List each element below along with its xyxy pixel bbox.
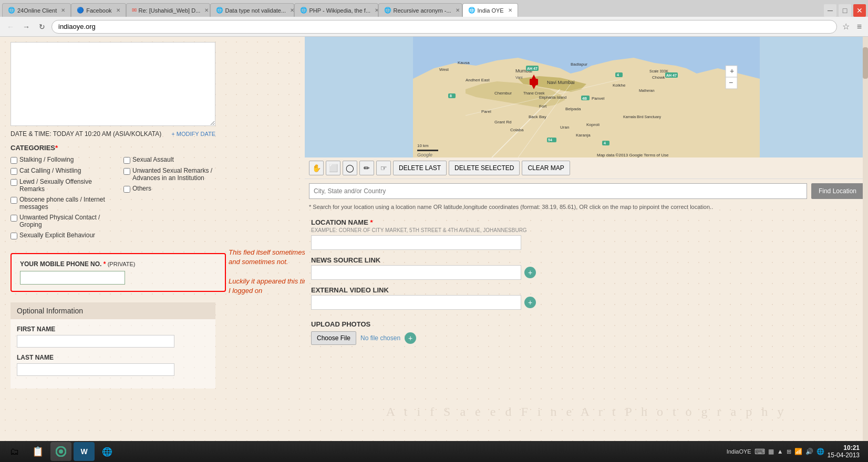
- map-tool-drag[interactable]: ☞: [376, 161, 391, 175]
- tab-favicon-facebook: 🔵: [77, 7, 84, 14]
- browser-toolbar: ← → ↻ ☆ ≡: [0, 17, 868, 37]
- tab-favicon-recursive: 🌐: [384, 7, 391, 14]
- first-name-label: FIRST NAME: [17, 326, 209, 333]
- watermark: A t i f S a e e d F i n e A r t P h o t …: [305, 405, 868, 419]
- checkbox-unwanted-contact[interactable]: [11, 215, 17, 222]
- taskbar-ie[interactable]: 🌐: [97, 442, 118, 461]
- tab-php[interactable]: 🌐 PHP - Wikipedia, the f... ✕: [294, 3, 378, 17]
- svg-text:4: 4: [604, 141, 606, 145]
- svg-text:Kolkhe: Kolkhe: [613, 83, 626, 88]
- tab-close-24online[interactable]: ✕: [61, 7, 65, 13]
- checkbox-others[interactable]: [123, 186, 130, 193]
- tab-close-indiaoye[interactable]: ✕: [508, 7, 512, 13]
- categories-section: CATEGORIES* Stalking / Following Cat Cal…: [11, 144, 226, 243]
- tab-close-datatype[interactable]: ✕: [290, 7, 294, 13]
- checkbox-sexually-explicit[interactable]: [11, 233, 17, 239]
- svg-point-58: [59, 449, 63, 454]
- minimize-button[interactable]: ─: [824, 4, 836, 17]
- map-tool-pencil[interactable]: ✏: [359, 161, 374, 175]
- delete-last-button[interactable]: DELETE LAST: [393, 161, 447, 175]
- map-tool-select[interactable]: ⬜: [326, 161, 340, 175]
- annotation-bubble: This fied itself sometimes appears and s…: [229, 248, 305, 296]
- checkbox-catcalling[interactable]: [11, 168, 17, 175]
- tray-icon-1: ▦: [768, 448, 774, 455]
- globe-tray-icon: 🌐: [817, 448, 824, 455]
- clear-map-button[interactable]: CLEAR MAP: [522, 161, 570, 175]
- refresh-button[interactable]: ↻: [36, 20, 48, 33]
- keyboard-icon: ⌨: [755, 447, 765, 456]
- right-panel: Mumbai Navi Mumbai Chembur Andheri East …: [305, 37, 868, 445]
- scrollbar-thumb[interactable]: [863, 47, 868, 79]
- svg-text:Thane Creek: Thane Creek: [523, 91, 545, 95]
- forward-button[interactable]: →: [20, 20, 33, 33]
- map-container[interactable]: Mumbai Navi Mumbai Chembur Andheri East …: [305, 37, 868, 158]
- modify-date-link[interactable]: MODIFY DATE: [171, 131, 215, 137]
- svg-text:Navi Mumbai: Navi Mumbai: [547, 80, 575, 85]
- tab-close-facebook[interactable]: ✕: [116, 7, 120, 13]
- last-name-input[interactable]: [17, 363, 174, 376]
- location-name-input[interactable]: [311, 235, 521, 250]
- category-unwanted-remarks: Unwanted Sexual Remarks / Advances in an…: [123, 167, 226, 182]
- news-source-add-button[interactable]: +: [524, 267, 536, 278]
- checkbox-lewd[interactable]: [11, 179, 17, 186]
- description-textarea[interactable]: [11, 42, 215, 126]
- tab-gmail[interactable]: ✉ Re: [Ushahidi_Web] D... ✕: [126, 3, 210, 17]
- india-oye-tray-label: IndiaOYE: [727, 448, 751, 455]
- external-video-add-button[interactable]: +: [524, 297, 536, 308]
- address-bar[interactable]: [51, 20, 837, 34]
- category-sexual-assault-label: Sexual Assault: [132, 156, 174, 163]
- svg-text:4: 4: [617, 73, 619, 77]
- checkbox-sexual-assault[interactable]: [123, 157, 130, 164]
- tab-close-gmail[interactable]: ✕: [204, 7, 209, 13]
- category-unwanted-remarks-label: Unwanted Sexual Remarks / Advances in an…: [132, 167, 226, 182]
- checkbox-obscene[interactable]: [11, 197, 17, 204]
- taskbar-chrome[interactable]: [50, 442, 71, 461]
- maximize-button[interactable]: □: [839, 4, 851, 17]
- svg-text:Karanja: Karanja: [576, 133, 591, 138]
- svg-text:Karnala Bird Sanctuary: Karnala Bird Sanctuary: [623, 115, 661, 119]
- tab-24online[interactable]: 🌐 24Online Client ✕: [2, 3, 71, 17]
- find-location-button[interactable]: Find Location: [811, 183, 864, 199]
- delete-selected-button[interactable]: DELETE SELECTED: [449, 161, 520, 175]
- tab-facebook[interactable]: 🔵 Facebook ✕: [71, 3, 126, 17]
- checkbox-unwanted-remarks[interactable]: [123, 168, 130, 175]
- svg-rect-32: [530, 79, 538, 85]
- checkbox-stalking[interactable]: [11, 157, 17, 164]
- map-svg[interactable]: Mumbai Navi Mumbai Chembur Andheri East …: [305, 37, 868, 158]
- phone-input[interactable]: [20, 271, 125, 285]
- tab-indiaoye[interactable]: 🌐 India OYE ✕: [462, 3, 518, 17]
- svg-text:Google: Google: [417, 152, 432, 158]
- tab-recursive[interactable]: 🌐 Recursive acronym -... ✕: [378, 3, 462, 17]
- external-video-input[interactable]: [311, 295, 521, 310]
- first-name-input[interactable]: [17, 335, 174, 348]
- tab-close-php[interactable]: ✕: [375, 7, 378, 13]
- location-name-required: *: [368, 218, 373, 226]
- upload-photos-label: UPLOAD PHOTOS: [311, 320, 862, 328]
- svg-text:Uran: Uran: [560, 125, 569, 130]
- location-name-field-label: LOCATION NAME *: [311, 218, 862, 226]
- tab-close-recursive[interactable]: ✕: [456, 7, 460, 13]
- tab-favicon-indiaoye: 🌐: [468, 7, 476, 14]
- scrollbar-track[interactable]: [863, 37, 868, 445]
- tab-datatype[interactable]: 🌐 Data type not validate... ✕: [210, 3, 294, 17]
- map-tool-circle[interactable]: ◯: [343, 161, 357, 175]
- news-source-input[interactable]: [311, 265, 521, 280]
- map-tool-hand[interactable]: ✋: [309, 161, 324, 175]
- taskbar-notes[interactable]: 📋: [27, 442, 48, 461]
- category-obscene-label: Obscene phone calls / Internet messages: [19, 196, 113, 211]
- taskbar-files[interactable]: 🗂: [4, 442, 25, 461]
- category-stalking: Stalking / Following: [11, 156, 113, 164]
- bookmark-icon[interactable]: ☆: [840, 22, 852, 32]
- upload-add-button[interactable]: +: [405, 332, 416, 344]
- close-window-button[interactable]: ✕: [853, 4, 866, 17]
- back-button[interactable]: ←: [4, 20, 17, 33]
- taskbar-word[interactable]: W: [74, 442, 95, 461]
- upload-row: Choose File No file chosen +: [311, 331, 862, 345]
- menu-icon[interactable]: ≡: [855, 22, 864, 32]
- svg-text:Map data ©2013 Google  Terms o: Map data ©2013 Google Terms of Use: [597, 153, 669, 158]
- datetime-label: DATE & TIME: TODAY AT 10:20 AM (ASIA/KOL…: [11, 130, 161, 138]
- svg-marker-1: [413, 58, 760, 158]
- choose-file-button[interactable]: Choose File: [311, 331, 356, 345]
- category-catcalling: Cat Calling / Whistling: [11, 167, 113, 175]
- city-state-input[interactable]: [309, 183, 807, 199]
